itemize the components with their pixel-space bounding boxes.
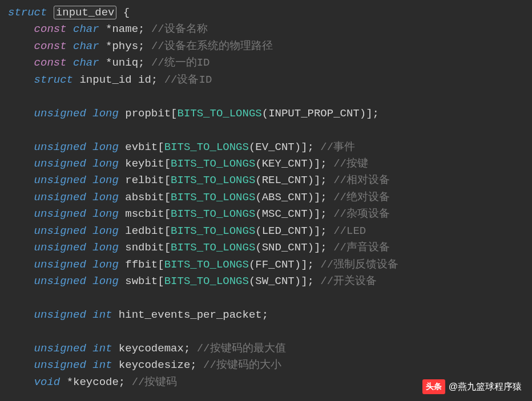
code-token: ; xyxy=(138,23,144,35)
code-line[interactable]: unsigned long swbit[BITS_TO_LONGS(SW_CNT… xyxy=(8,273,524,290)
code-line[interactable] xyxy=(8,323,524,340)
code-token xyxy=(119,225,125,237)
indent xyxy=(8,241,34,254)
code-token xyxy=(158,74,164,86)
code-token xyxy=(86,157,92,170)
code-token: REL_CNT xyxy=(262,174,308,187)
code-token: )]; xyxy=(308,191,327,204)
code-token: //设备在系统的物理路径 xyxy=(151,40,273,52)
indent xyxy=(8,40,34,52)
code-line[interactable]: unsigned long relbit[BITS_TO_LONGS(REL_C… xyxy=(8,172,524,189)
code-token: long xyxy=(92,241,119,254)
code-token: { xyxy=(123,6,130,19)
code-line[interactable]: const char *phys; //设备在系统的物理路径 xyxy=(8,38,524,55)
code-token: unsigned xyxy=(34,275,86,287)
code-token xyxy=(112,359,118,371)
code-token xyxy=(119,141,125,153)
code-token xyxy=(119,258,125,271)
code-token: [ xyxy=(164,157,171,170)
code-token: ; xyxy=(184,342,190,355)
indent xyxy=(8,107,34,120)
code-token xyxy=(327,225,333,237)
code-token: //统一的ID xyxy=(151,56,210,69)
code-token: [ xyxy=(164,208,171,220)
code-line[interactable] xyxy=(8,88,524,105)
code-token: ; xyxy=(138,56,144,69)
code-token: [ xyxy=(164,241,171,254)
code-line[interactable]: unsigned long mscbit[BITS_TO_LONGS(MSC_C… xyxy=(8,206,524,222)
code-token: //按键 xyxy=(333,157,368,170)
code-line[interactable]: unsigned long absbit[BITS_TO_LONGS(ABS_C… xyxy=(8,189,524,206)
code-token: //绝对设备 xyxy=(333,191,390,204)
code-line[interactable]: unsigned long ffbit[BITS_TO_LONGS(FF_CNT… xyxy=(8,257,524,273)
code-line[interactable]: struct input_dev { xyxy=(8,5,524,21)
code-token xyxy=(125,376,131,388)
code-token: [ xyxy=(158,275,164,287)
code-token: swbit xyxy=(125,275,158,287)
code-token xyxy=(86,342,92,355)
indent xyxy=(8,359,34,371)
code-token xyxy=(86,309,92,321)
code-line[interactable]: struct input_id id; //设备ID xyxy=(8,72,524,88)
code-token xyxy=(67,40,73,52)
code-token: BITS_TO_LONGS xyxy=(177,107,261,120)
code-line[interactable]: unsigned int keycodesize; //按键码的大小 xyxy=(8,357,524,374)
code-token xyxy=(60,376,66,388)
code-token: char xyxy=(73,56,99,69)
code-token xyxy=(99,40,106,52)
code-token: //杂项设备 xyxy=(333,208,390,220)
code-token: * xyxy=(67,376,73,388)
code-token: ( xyxy=(255,241,261,254)
code-token xyxy=(112,309,118,321)
code-token xyxy=(86,275,92,287)
code-token: //设备ID xyxy=(164,74,212,86)
code-line[interactable]: unsigned int hint_events_per_packet; xyxy=(8,307,524,323)
code-token: long xyxy=(92,141,119,153)
code-block[interactable]: struct input_dev { const char *name; //设… xyxy=(0,0,532,395)
code-line[interactable]: const char *name; //设备名称 xyxy=(8,21,524,38)
code-token: //设备名称 xyxy=(151,23,208,35)
code-line[interactable]: unsigned long evbit[BITS_TO_LONGS(EV_CNT… xyxy=(8,139,524,156)
code-token: //按键码的大小 xyxy=(203,359,281,371)
code-line[interactable]: unsigned long sndbit[BITS_TO_LONGS(SND_C… xyxy=(8,240,524,256)
code-token: BITS_TO_LONGS xyxy=(171,191,255,204)
code-token: SND_CNT xyxy=(262,241,308,254)
code-token xyxy=(86,141,92,153)
code-token: unsigned xyxy=(34,208,86,220)
indent xyxy=(8,191,34,204)
code-token: BITS_TO_LONGS xyxy=(164,258,249,271)
code-line[interactable] xyxy=(8,122,524,139)
code-token xyxy=(314,275,320,287)
code-token xyxy=(119,208,125,220)
code-token xyxy=(86,258,92,271)
watermark-text: @燕九篮球程序猿 xyxy=(449,380,522,394)
code-token: //LED xyxy=(333,225,366,237)
code-token: [ xyxy=(164,191,171,204)
code-token xyxy=(8,90,14,103)
code-line[interactable]: unsigned int keycodemax; //按键码的最大值 xyxy=(8,341,524,357)
code-token: )]; xyxy=(308,208,327,220)
code-token: unsigned xyxy=(34,107,86,120)
code-line[interactable]: unsigned long propbit[BITS_TO_LONGS(INPU… xyxy=(8,106,524,122)
code-line[interactable]: const char *uniq; //统一的ID xyxy=(8,55,524,71)
code-token: keycodemax xyxy=(119,342,184,355)
code-token xyxy=(86,225,92,237)
indent xyxy=(8,141,34,153)
code-line[interactable]: unsigned long keybit[BITS_TO_LONGS(KEY_C… xyxy=(8,156,524,172)
code-token: )]; xyxy=(295,258,314,271)
code-line[interactable]: unsigned long ledbit[BITS_TO_LONGS(LED_C… xyxy=(8,223,524,240)
code-line[interactable] xyxy=(8,290,524,306)
code-token: )]; xyxy=(295,141,314,153)
code-token xyxy=(119,275,125,287)
code-token xyxy=(314,141,320,153)
code-token: unsigned xyxy=(34,309,86,321)
code-token: const xyxy=(34,40,67,52)
code-token: long xyxy=(92,275,119,287)
code-token xyxy=(327,241,333,254)
code-token: unsigned xyxy=(34,241,86,254)
code-token: )]; xyxy=(360,107,379,120)
code-token xyxy=(67,56,73,69)
code-token: unsigned xyxy=(34,342,86,355)
code-token: )]; xyxy=(308,174,327,187)
code-token: const xyxy=(34,23,67,35)
